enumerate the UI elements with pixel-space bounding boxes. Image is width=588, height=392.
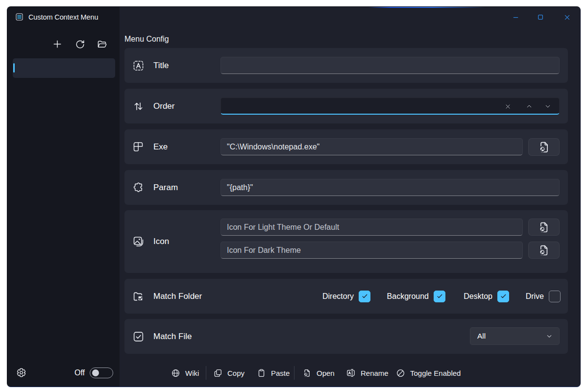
row-exe: Exe — [124, 129, 568, 164]
param-input[interactable] — [220, 179, 560, 196]
open-folder-button[interactable] — [92, 35, 112, 53]
folder-check-icon — [132, 290, 145, 302]
paste-icon — [257, 368, 266, 378]
toggle-enabled-label: Toggle Enabled — [410, 369, 461, 377]
icon-light-input[interactable] — [220, 219, 523, 236]
paste-button[interactable]: Paste — [251, 364, 295, 382]
titlebar: Custom Context Menu — [7, 7, 580, 27]
close-button[interactable] — [556, 7, 578, 27]
rename-label: Rename — [361, 369, 389, 377]
add-icon — [52, 39, 63, 49]
row-label-order: Order — [153, 89, 174, 123]
row-param: Param — [124, 170, 568, 205]
checkbox-drive[interactable]: Drive — [526, 279, 561, 314]
row-label-icon: Icon — [153, 210, 169, 273]
minimize-icon — [512, 14, 519, 21]
checkbox-label: Background — [387, 292, 429, 301]
check-icon — [500, 293, 507, 300]
divider — [206, 366, 206, 380]
row-order: Order — [124, 89, 568, 123]
paste-label: Paste — [271, 369, 290, 377]
app-window: Custom Context Menu — [7, 6, 581, 387]
icon-light-browse-button[interactable] — [528, 219, 560, 236]
add-button[interactable] — [48, 35, 67, 53]
enabled-toggle-label: Off — [61, 364, 85, 382]
menu-list-item-selected[interactable] — [13, 58, 115, 78]
param-icon — [132, 181, 145, 194]
row-icon-paths: Icon — [124, 210, 568, 273]
window-title: Custom Context Menu — [28, 7, 98, 27]
row-title: Title — [124, 48, 568, 83]
checkbox-box[interactable] — [497, 291, 509, 302]
row-label-title: Title — [153, 48, 169, 83]
checkbox-desktop[interactable]: Desktop — [464, 279, 509, 314]
file-open-icon — [538, 221, 550, 234]
rename-icon — [346, 368, 356, 378]
file-open-icon — [302, 368, 312, 378]
selection-indicator — [13, 63, 15, 73]
app-icon — [15, 13, 24, 21]
copy-button[interactable]: Copy — [207, 364, 250, 382]
title-icon — [132, 59, 145, 72]
title-input[interactable] — [220, 57, 560, 74]
icon-dark-browse-button[interactable] — [528, 242, 560, 259]
exe-browse-button[interactable] — [528, 138, 560, 156]
order-icon — [132, 100, 145, 112]
checkbox-check-icon — [132, 330, 145, 343]
chevron-down-icon — [545, 332, 553, 340]
globe-icon — [171, 368, 180, 378]
row-label-param: Param — [153, 170, 178, 205]
block-icon — [396, 368, 405, 378]
open-folder-icon — [97, 39, 107, 49]
checkbox-label: Desktop — [464, 292, 492, 301]
rename-button[interactable]: Rename — [340, 364, 394, 382]
dropdown-value: All — [477, 328, 486, 344]
chevron-up-icon — [526, 103, 533, 110]
enabled-toggle[interactable] — [90, 368, 113, 378]
checkbox-directory[interactable]: Directory — [322, 279, 370, 314]
page-title: Menu Config — [124, 35, 169, 44]
order-increment-button[interactable] — [522, 100, 537, 112]
settings-button[interactable] — [12, 364, 30, 382]
match-file-dropdown[interactable]: All — [470, 327, 560, 345]
row-label-exe: Exe — [153, 129, 168, 164]
row-match-folder: Match Folder Directory Background D — [124, 279, 568, 314]
row-label-match-folder: Match Folder — [153, 279, 202, 314]
checkbox-box[interactable] — [359, 291, 370, 302]
minimize-button[interactable] — [504, 7, 527, 27]
checkbox-box[interactable] — [434, 291, 445, 302]
checkbox-background[interactable]: Background — [387, 279, 445, 314]
toggle-knob — [92, 369, 99, 376]
order-decrement-button[interactable] — [540, 100, 555, 112]
refresh-button[interactable] — [70, 35, 90, 53]
divider — [294, 366, 294, 380]
check-icon — [436, 293, 443, 300]
exe-input[interactable] — [220, 138, 523, 155]
clear-icon — [505, 103, 511, 110]
gear-icon — [16, 368, 26, 378]
open-label: Open — [317, 369, 335, 377]
checkbox-label: Directory — [322, 292, 354, 301]
exe-icon — [132, 141, 145, 153]
checkbox-label: Drive — [526, 292, 544, 301]
maximize-button[interactable] — [529, 7, 552, 27]
check-icon — [361, 293, 368, 300]
order-clear-button[interactable] — [500, 100, 515, 112]
file-open-icon — [538, 244, 550, 257]
icon-dark-input[interactable] — [220, 242, 523, 259]
order-input[interactable] — [221, 98, 486, 114]
wiki-label: Wiki — [185, 369, 199, 377]
screen: Custom Context Menu — [0, 0, 588, 392]
open-button[interactable]: Open — [296, 364, 341, 382]
file-open-icon — [538, 141, 551, 154]
copy-icon — [213, 368, 222, 378]
order-numberbox — [220, 98, 560, 115]
maximize-icon — [537, 14, 544, 21]
wiki-button[interactable]: Wiki — [165, 364, 205, 382]
row-label-match-file: Match File — [153, 319, 192, 354]
image-icon — [132, 236, 145, 248]
toggle-enabled-button[interactable]: Toggle Enabled — [390, 364, 466, 382]
checkbox-box[interactable] — [549, 291, 561, 302]
chevron-down-icon — [544, 103, 551, 110]
close-icon — [564, 14, 571, 21]
